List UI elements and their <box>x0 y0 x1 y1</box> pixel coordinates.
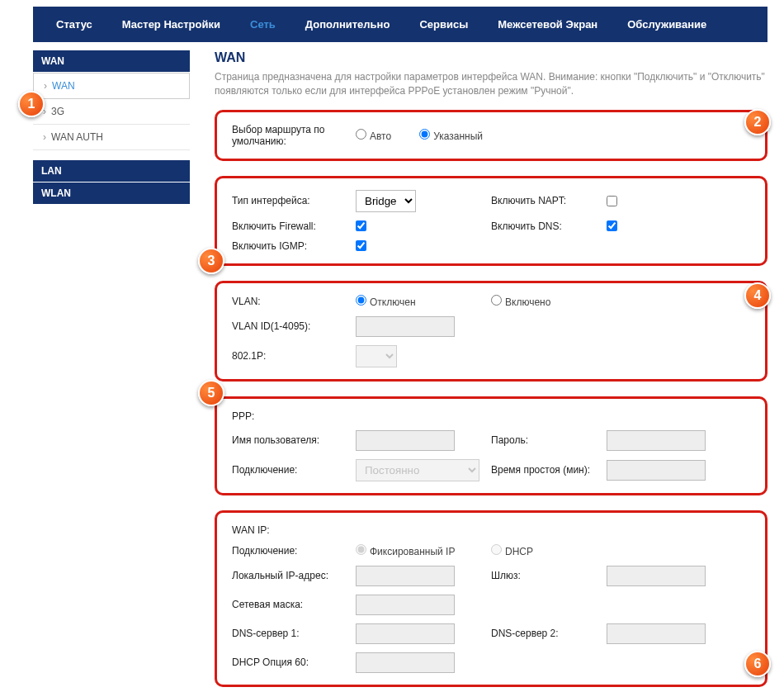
input-ppp-pass[interactable] <box>607 430 706 451</box>
nav-maintenance[interactable]: Обслуживание <box>612 7 721 42</box>
label-vlan-id: VLAN ID(1-4095): <box>232 320 356 332</box>
nav-wizard[interactable]: Мастер Настройки <box>107 7 235 42</box>
radio-vlan-on[interactable]: Включено <box>491 295 550 308</box>
label-mask: Сетевая маска: <box>232 599 356 610</box>
callout-1: 1 <box>18 91 45 117</box>
label-ppp-idle: Время простоя (мин): <box>491 464 607 476</box>
label-wan-ip: WAN IP: <box>232 524 356 536</box>
input-local-ip[interactable] <box>356 566 455 586</box>
input-gateway[interactable] <box>607 566 706 586</box>
label-route: Выбор маршрута по умолчанию: <box>232 124 356 147</box>
checkbox-dns[interactable] <box>607 220 617 231</box>
radio-fixed-ip[interactable]: Фиксированный IP <box>356 544 455 557</box>
input-opt60[interactable] <box>356 652 455 673</box>
checkbox-napt[interactable] <box>607 196 617 206</box>
select-8021p[interactable] <box>356 345 397 367</box>
label-igmp: Включить IGMP: <box>232 240 356 252</box>
sidebar: WAN WAN 3G WAN AUTH LAN WLAN <box>33 50 190 692</box>
radio-vlan-off[interactable]: Отключен <box>356 295 416 308</box>
label-ppp-user: Имя пользователя: <box>232 434 356 446</box>
nav-network[interactable]: Сеть <box>235 7 290 42</box>
label-dns1: DNS-сервер 1: <box>232 628 356 639</box>
sidebar-header-wlan[interactable]: WLAN <box>33 182 190 205</box>
nav-firewall[interactable]: Межсетевой Экран <box>483 7 612 42</box>
label-ppp: PPP: <box>232 410 356 422</box>
callout-3: 3 <box>198 248 224 274</box>
label-local-ip: Локальный IP-адрес: <box>232 570 356 581</box>
sidebar-item-3g[interactable]: 3G <box>33 99 190 125</box>
label-ppp-conn: Подключение: <box>232 464 356 476</box>
sidebar-header-wan: WAN <box>33 50 190 73</box>
input-vlan-id[interactable] <box>356 316 455 337</box>
section-interface: Тип интерфейса: Bridge Включить NAPT: Вк… <box>215 176 767 266</box>
sidebar-item-wan[interactable]: WAN <box>33 73 190 99</box>
top-navigation: Статус Мастер Настройки Сеть Дополнитель… <box>33 7 767 42</box>
label-dns2: DNS-сервер 2: <box>491 628 607 639</box>
label-dns: Включить DNS: <box>491 220 607 232</box>
label-firewall: Включить Firewall: <box>232 220 356 232</box>
radio-dhcp[interactable]: DHCP <box>491 544 533 557</box>
input-dns2[interactable] <box>607 623 706 644</box>
main-content: WAN Страница предназначена для настройки… <box>215 50 767 692</box>
callout-5: 5 <box>198 380 224 406</box>
radio-specified[interactable]: Указанный <box>419 129 483 142</box>
callout-2: 2 <box>744 109 771 135</box>
select-iface-type[interactable]: Bridge <box>356 190 416 212</box>
section-ppp: PPP: Имя пользователя: Пароль: Подключен… <box>215 396 767 495</box>
page-description: Страница предназначена для настройки пар… <box>215 70 767 98</box>
sidebar-item-wan-auth[interactable]: WAN AUTH <box>33 125 190 150</box>
checkbox-igmp[interactable] <box>356 240 366 251</box>
label-opt60: DHCP Опция 60: <box>232 656 356 668</box>
label-gateway: Шлюз: <box>491 570 607 581</box>
input-mask[interactable] <box>356 595 455 615</box>
label-iface-type: Тип интерфейса: <box>232 195 356 206</box>
nav-status[interactable]: Статус <box>41 7 107 42</box>
nav-services[interactable]: Сервисы <box>404 7 483 42</box>
callout-4: 4 <box>744 282 771 309</box>
sidebar-header-lan[interactable]: LAN <box>33 160 190 182</box>
label-vlan: VLAN: <box>232 296 356 307</box>
label-wanip-conn: Подключение: <box>232 545 356 557</box>
page-title: WAN <box>215 50 767 65</box>
section-wan-ip: WAN IP: Подключение: Фиксированный IP DH… <box>215 510 767 687</box>
input-dns1[interactable] <box>356 623 455 644</box>
nav-advanced[interactable]: Дополнительно <box>290 7 405 42</box>
label-napt: Включить NAPT: <box>491 195 607 206</box>
section-vlan: VLAN: Отключен Включено VLAN ID(1-4095): <box>215 281 767 382</box>
section-route: Выбор маршрута по умолчанию: Авто Указан… <box>215 110 767 161</box>
select-ppp-conn[interactable]: Постоянно <box>356 459 479 481</box>
checkbox-firewall[interactable] <box>356 220 366 231</box>
label-ppp-pass: Пароль: <box>491 434 607 446</box>
input-ppp-user[interactable] <box>356 430 455 451</box>
input-ppp-idle[interactable] <box>607 460 706 481</box>
callout-6: 6 <box>744 651 771 677</box>
radio-auto[interactable]: Авто <box>356 129 391 142</box>
label-8021p: 802.1P: <box>232 350 356 362</box>
